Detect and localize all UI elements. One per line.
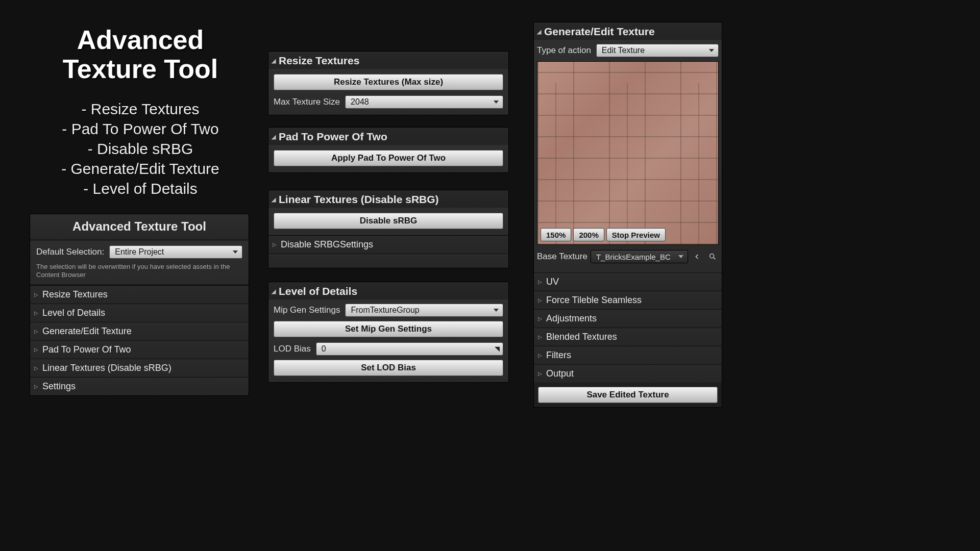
lod-bias-value: 0 bbox=[322, 344, 326, 354]
max-texture-size-dropdown[interactable]: 2048 bbox=[345, 95, 503, 109]
hero-title-line2: Texture Tool bbox=[63, 54, 218, 84]
chevron-right-icon: ▷ bbox=[273, 242, 277, 247]
mip-gen-dropdown[interactable]: FromTextureGroup bbox=[345, 304, 503, 317]
brick-texture-icon bbox=[537, 62, 718, 244]
set-lod-bias-button[interactable]: Set LOD Bias bbox=[274, 360, 503, 376]
default-selection-dropdown[interactable]: Entire Project bbox=[109, 245, 242, 259]
linear-panel: ◢Linear Textures (Disable sRBG) Disable … bbox=[268, 190, 509, 268]
chevron-down-icon: ◢ bbox=[272, 58, 276, 64]
nav-pad-power-two[interactable]: ▷Pad To Power Of Two bbox=[30, 340, 249, 359]
nav-linear-textures[interactable]: ▷Linear Textures (Disable sRBG) bbox=[30, 359, 249, 377]
hero-bullet: - Resize Textures bbox=[31, 99, 250, 119]
section-label: Output bbox=[546, 368, 574, 379]
svg-point-0 bbox=[710, 254, 714, 258]
hero-bullets: - Resize Textures - Pad To Power Of Two … bbox=[31, 99, 250, 198]
stop-preview-button[interactable]: Stop Preview bbox=[606, 228, 666, 241]
max-texture-size-label: Max Texture Size bbox=[274, 97, 340, 107]
base-texture-dropdown[interactable]: T_BricksExample_BC bbox=[591, 250, 688, 263]
gen-header-label: Generate/Edit Texture bbox=[544, 26, 655, 38]
section-label: Filters bbox=[546, 350, 571, 361]
zoom-150-button[interactable]: 150% bbox=[541, 228, 571, 241]
nav-resize-textures[interactable]: ▷Resize Textures bbox=[30, 285, 249, 304]
nav-label: Generate/Edit Texture bbox=[42, 326, 132, 337]
section-uv[interactable]: ▷UV bbox=[534, 272, 722, 291]
type-of-action-label: Type of action bbox=[537, 45, 591, 56]
max-texture-size-value: 2048 bbox=[351, 97, 369, 107]
use-selected-icon[interactable] bbox=[691, 251, 703, 263]
chevron-right-icon: ▷ bbox=[538, 279, 542, 285]
section-output[interactable]: ▷Output bbox=[534, 364, 722, 383]
type-of-action-value: Edit Texture bbox=[602, 46, 645, 55]
tool-panel: Advanced Texture Tool Default Selection:… bbox=[30, 214, 249, 396]
section-blended-textures[interactable]: ▷Blended Textures bbox=[534, 328, 722, 346]
lod-bias-input[interactable]: 0◥ bbox=[316, 342, 503, 356]
nav-label: Resize Textures bbox=[42, 289, 108, 300]
browse-icon[interactable] bbox=[706, 251, 719, 263]
tool-panel-title: Advanced Texture Tool bbox=[30, 214, 249, 240]
save-edited-texture-button[interactable]: Save Edited Texture bbox=[538, 387, 718, 403]
section-adjustments[interactable]: ▷Adjustments bbox=[534, 309, 722, 328]
mip-gen-value: FromTextureGroup bbox=[351, 306, 419, 315]
resize-header[interactable]: ◢Resize Textures bbox=[268, 52, 508, 69]
chevron-right-icon: ▷ bbox=[538, 297, 542, 303]
set-mip-gen-button[interactable]: Set Mip Gen Settings bbox=[274, 321, 503, 337]
linear-header[interactable]: ◢Linear Textures (Disable sRBG) bbox=[268, 190, 508, 208]
gen-header[interactable]: ◢Generate/Edit Texture bbox=[534, 22, 722, 40]
default-selection-block: Default Selection: Entire Project The se… bbox=[30, 240, 249, 285]
resize-panel: ◢Resize Textures Resize Textures (Max si… bbox=[268, 51, 509, 115]
empty-row bbox=[268, 254, 508, 268]
chevron-down-icon: ◢ bbox=[272, 196, 276, 203]
section-label: Blended Textures bbox=[546, 332, 617, 342]
type-of-action-dropdown[interactable]: Edit Texture bbox=[596, 44, 719, 57]
generate-edit-panel: ◢Generate/Edit Texture Type of action Ed… bbox=[533, 22, 722, 408]
apply-pad-button[interactable]: Apply Pad To Power Of Two bbox=[274, 150, 503, 166]
chevron-right-icon: ▷ bbox=[34, 384, 38, 389]
hero-title-line1: Advanced bbox=[77, 25, 204, 55]
nav-settings[interactable]: ▷Settings bbox=[30, 377, 249, 395]
spinner-icon[interactable]: ◥ bbox=[495, 345, 500, 353]
disable-srbg-settings-row[interactable]: ▷Disable SRBGSettings bbox=[268, 235, 508, 254]
lod-header[interactable]: ◢Level of Details bbox=[268, 282, 508, 299]
section-force-tileable[interactable]: ▷Force Tileble Seamless bbox=[534, 291, 722, 309]
nav-label: Settings bbox=[42, 381, 76, 392]
default-selection-hint: The selection will be overwritten if you… bbox=[36, 263, 242, 280]
nav-label: Level of Details bbox=[42, 308, 105, 318]
chevron-down-icon: ◢ bbox=[272, 134, 276, 140]
pad-header[interactable]: ◢Pad To Power Of Two bbox=[268, 128, 508, 145]
section-label: Force Tileble Seamless bbox=[546, 295, 642, 306]
chevron-right-icon: ▷ bbox=[34, 329, 38, 334]
section-label: UV bbox=[546, 277, 559, 287]
lod-bias-label: LOD Bias bbox=[274, 344, 311, 354]
nav-label: Pad To Power Of Two bbox=[42, 344, 131, 355]
mip-gen-label: Mip Gen Settings bbox=[274, 305, 340, 315]
base-texture-label: Base Texture bbox=[537, 252, 587, 262]
section-filters[interactable]: ▷Filters bbox=[534, 346, 722, 364]
hero-bullet: - Level of Details bbox=[31, 179, 250, 198]
base-texture-value: T_BricksExample_BC bbox=[596, 253, 671, 261]
chevron-right-icon: ▷ bbox=[538, 353, 542, 358]
chevron-right-icon: ▷ bbox=[34, 347, 38, 353]
nav-generate-edit-texture[interactable]: ▷Generate/Edit Texture bbox=[30, 322, 249, 340]
resize-button[interactable]: Resize Textures (Max size) bbox=[274, 74, 503, 90]
pad-header-label: Pad To Power Of Two bbox=[279, 131, 387, 143]
nav-level-of-details[interactable]: ▷Level of Details bbox=[30, 304, 249, 322]
hero-title: Advanced Texture Tool bbox=[31, 26, 250, 84]
lod-header-label: Level of Details bbox=[279, 285, 357, 297]
resize-header-label: Resize Textures bbox=[279, 55, 359, 67]
pad-panel: ◢Pad To Power Of Two Apply Pad To Power … bbox=[268, 127, 509, 173]
chevron-right-icon: ▷ bbox=[538, 371, 542, 377]
hero-bullet: - Disable sRBG bbox=[31, 139, 250, 159]
section-label: Adjustments bbox=[546, 313, 597, 324]
chevron-right-icon: ▷ bbox=[34, 292, 38, 297]
default-selection-label: Default Selection: bbox=[36, 247, 104, 257]
lod-panel: ◢Level of Details Mip Gen Settings FromT… bbox=[268, 282, 509, 383]
chevron-right-icon: ▷ bbox=[34, 310, 38, 316]
chevron-down-icon: ◢ bbox=[272, 288, 276, 295]
nav-label: Linear Textures (Disable sRBG) bbox=[42, 363, 172, 373]
disable-srbg-button[interactable]: Disable sRBG bbox=[274, 213, 503, 229]
zoom-200-button[interactable]: 200% bbox=[573, 228, 604, 241]
hero-bullet: - Generate/Edit Texture bbox=[31, 159, 250, 179]
chevron-right-icon: ▷ bbox=[34, 365, 38, 371]
texture-preview: 150% 200% Stop Preview bbox=[537, 61, 719, 245]
linear-header-label: Linear Textures (Disable sRBG) bbox=[279, 193, 439, 206]
